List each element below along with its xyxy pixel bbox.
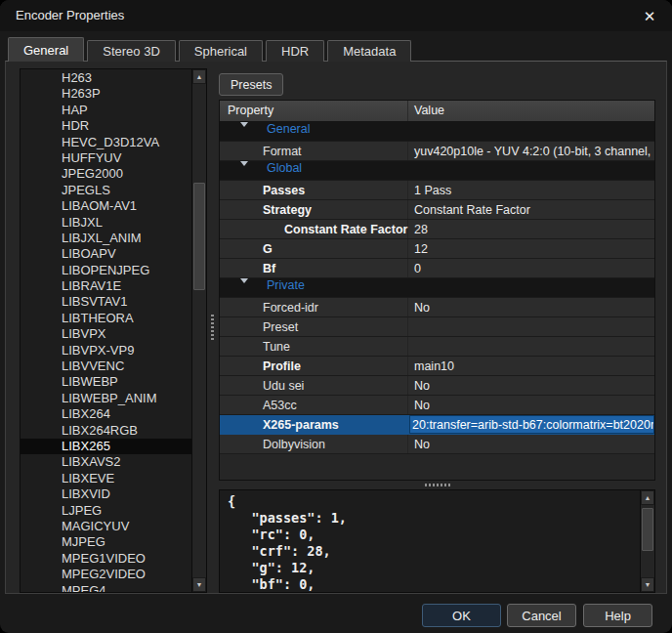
encoder-list-item[interactable]: LIBVPX-VP9 — [21, 343, 191, 359]
ok-button[interactable]: OK — [422, 604, 501, 627]
encoder-list-item[interactable]: LJPEG — [21, 503, 191, 519]
scroll-up-icon[interactable]: ▲ — [192, 69, 206, 84]
property-row[interactable]: Profilemain10 — [220, 357, 654, 376]
scroll-down-icon[interactable]: ▼ — [192, 577, 206, 592]
encoder-list-item[interactable]: LIBJXL — [21, 215, 191, 231]
encoder-list-item[interactable]: HUFFYUV — [21, 150, 191, 166]
encoder-list-item[interactable]: LIBX265 — [21, 439, 191, 454]
property-row[interactable]: A53ccNo — [220, 396, 654, 415]
encoder-list-scrollbar[interactable]: ▲ ▼ — [191, 69, 206, 592]
encoder-list-item[interactable]: LIBXEVE — [21, 471, 191, 486]
close-icon[interactable]: ✕ — [639, 6, 660, 27]
encoder-list-item[interactable]: JPEG2000 — [21, 166, 191, 182]
encoder-list-item[interactable]: LIBVVENC — [21, 359, 191, 374]
property-row[interactable]: Tune — [220, 337, 654, 357]
encoder-list-item[interactable]: MAGICYUV — [21, 519, 191, 534]
property-name-cell: Dolbyvision — [220, 435, 408, 453]
property-name-cell: Udu sei — [220, 376, 408, 395]
tab-metadata[interactable]: Metadata — [327, 40, 411, 62]
property-row[interactable]: Forced-idrNo — [220, 298, 654, 317]
tab-bar: GeneralStereo 3DSphericalHDRMetadata — [8, 37, 414, 62]
encoder-list-item[interactable]: LIBSVTAV1 — [21, 294, 191, 310]
tab-stereo-3d[interactable]: Stereo 3D — [87, 40, 176, 62]
property-row[interactable]: DolbyvisionNo — [220, 435, 654, 454]
encoder-list-item[interactable]: JPEGLS — [21, 183, 191, 198]
property-row[interactable]: Bf0 — [220, 259, 654, 278]
tab-spherical[interactable]: Spherical — [179, 40, 263, 62]
encoder-list-item[interactable]: LIBXVID — [21, 486, 191, 502]
vertical-splitter[interactable] — [207, 62, 218, 593]
cancel-button[interactable]: Cancel — [507, 604, 576, 627]
encoder-list-item[interactable]: LIBOPENJPEG — [21, 263, 191, 278]
encoder-list-item[interactable]: H263 — [21, 70, 191, 86]
encoder-list-item[interactable]: LIBJXL_ANIM — [21, 231, 191, 246]
property-value-cell[interactable]: No — [408, 298, 654, 316]
property-value-cell[interactable] — [408, 337, 654, 356]
encoder-list-item[interactable]: LIBX264 — [21, 406, 191, 422]
property-row[interactable]: StrategyConstant Rate Factor — [220, 200, 654, 220]
property-table: Property Value GeneralFormatyuv420p10le … — [219, 100, 655, 481]
tab-hdr[interactable]: HDR — [266, 40, 324, 62]
property-value-cell[interactable]: main10 — [408, 357, 654, 375]
encoder-list-item[interactable]: LIBVPX — [21, 326, 191, 342]
property-group-row[interactable]: Private — [220, 278, 654, 298]
encoder-properties-dialog: Encoder Properties ✕ GeneralStereo 3DSph… — [0, 0, 672, 633]
chevron-down-icon[interactable] — [240, 122, 248, 127]
property-value-cell[interactable]: 28 — [408, 220, 654, 238]
property-value-cell[interactable]: No — [408, 396, 654, 414]
property-name-cell: Strategy — [220, 200, 408, 219]
encoder-list-item[interactable]: LIBAOM-AV1 — [21, 198, 191, 214]
property-table-body: GeneralFormatyuv420p10le - YUV 4:2:0 (10… — [220, 122, 654, 454]
horizontal-splitter[interactable] — [219, 481, 655, 489]
property-row[interactable]: Formatyuv420p10le - YUV 4:2:0 (10-bit, 3… — [220, 142, 654, 161]
encoder-list-item[interactable]: LIBRAV1E — [21, 278, 191, 294]
property-row[interactable]: Udu seiNo — [220, 376, 654, 396]
encoder-list-item[interactable]: H263P — [21, 86, 191, 102]
chevron-down-icon[interactable] — [240, 161, 248, 166]
group-label: Private — [248, 278, 305, 297]
encoder-list-item[interactable]: LIBWEBP_ANIM — [21, 391, 191, 406]
encoder-list-item[interactable]: MJPEG — [21, 534, 191, 550]
scrollbar-thumb[interactable] — [193, 183, 205, 290]
encoder-list-item[interactable]: HEVC_D3D12VA — [21, 135, 191, 150]
help-button[interactable]: Help — [583, 604, 652, 627]
scroll-down-icon[interactable]: ▼ — [641, 577, 654, 592]
value-edit-field[interactable]: 20:transfer=arib-std-b67:colormatrix=bt2… — [409, 415, 654, 434]
property-value-cell[interactable] — [408, 317, 654, 336]
encoder-list-item[interactable]: LIBTHEORA — [21, 311, 191, 326]
scroll-up-icon[interactable]: ▲ — [641, 490, 654, 505]
property-value-cell[interactable]: 0 — [408, 259, 654, 277]
json-preview[interactable]: { "passes": 1, "rc": 0, "crf": 28, "g": … — [219, 489, 655, 593]
encoder-list-item[interactable]: MPEG4 — [21, 583, 191, 593]
encoder-list-item[interactable]: MPEG1VIDEO — [21, 551, 191, 567]
property-value-cell[interactable]: Constant Rate Factor — [408, 200, 654, 219]
property-value-cell[interactable]: 12 — [408, 239, 654, 258]
property-name: Strategy — [220, 203, 312, 217]
property-value-cell[interactable]: 20:transfer=arib-std-b67:colormatrix=bt2… — [408, 415, 654, 434]
property-row[interactable]: G12 — [220, 239, 654, 259]
encoder-list-item[interactable]: LIBWEBP — [21, 374, 191, 390]
encoder-list-item[interactable]: LIBXAVS2 — [21, 454, 191, 470]
property-value-cell[interactable]: yuv420p10le - YUV 4:2:0 (10-bit, 3 chann… — [408, 142, 654, 160]
property-name-cell: Constant Rate Factor — [220, 220, 408, 238]
encoder-list-item[interactable]: MPEG2VIDEO — [21, 567, 191, 582]
encoder-list-item[interactable]: HDR — [21, 118, 191, 134]
property-value-cell[interactable]: No — [408, 376, 654, 395]
property-name-cell: Tune — [220, 337, 408, 356]
property-group-row[interactable]: Global — [220, 161, 654, 181]
property-group-row[interactable]: General — [220, 122, 654, 142]
presets-button[interactable]: Presets — [219, 73, 283, 96]
encoder-list-item[interactable]: HAP — [21, 103, 191, 118]
tab-general[interactable]: General — [8, 37, 84, 62]
property-value-cell[interactable]: 1 Pass — [408, 181, 654, 199]
property-value-cell[interactable]: No — [408, 435, 654, 453]
encoder-list-item[interactable]: LIBOAPV — [21, 246, 191, 262]
property-row[interactable]: Preset — [220, 317, 654, 337]
json-preview-scrollbar[interactable]: ▲ ▼ — [640, 490, 654, 592]
property-row[interactable]: Passes1 Pass — [220, 181, 654, 200]
chevron-down-icon[interactable] — [240, 278, 248, 283]
property-row[interactable]: X265-params20:transfer=arib-std-b67:colo… — [220, 415, 654, 435]
scrollbar-thumb[interactable] — [642, 508, 653, 551]
encoder-list-item[interactable]: LIBX264RGB — [21, 423, 191, 439]
property-row[interactable]: Constant Rate Factor28 — [220, 220, 654, 239]
